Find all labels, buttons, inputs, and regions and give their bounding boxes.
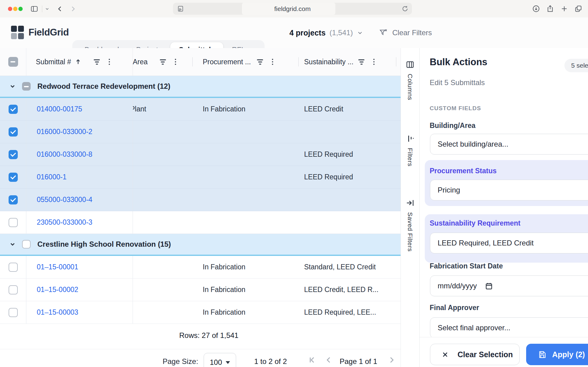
submittal-link[interactable]: 01–15-00001 <box>37 263 78 271</box>
cell-sustainability <box>298 121 401 143</box>
rail-label: Columns <box>406 74 414 100</box>
table-row[interactable]: 014000-00175 Plant In Fabrication LEED C… <box>0 98 401 121</box>
close-window-button[interactable] <box>8 7 12 11</box>
row-checkbox[interactable] <box>9 263 18 272</box>
filter-icon[interactable] <box>94 59 100 65</box>
cell-procurement: In Fabrication <box>192 256 298 278</box>
row-checkbox[interactable] <box>9 173 18 182</box>
column-label: Procurement ... <box>203 58 251 66</box>
new-tab-icon[interactable] <box>560 5 568 13</box>
forward-icon[interactable] <box>69 5 77 13</box>
group-checkbox[interactable] <box>22 240 31 249</box>
procurement-status-select[interactable]: Pricing <box>430 180 588 200</box>
cell-sustainability: LEED Credit <box>298 98 401 120</box>
reload-icon[interactable] <box>401 5 409 12</box>
submittal-link[interactable]: 014000-00175 <box>37 105 82 113</box>
final-approver-select[interactable]: Select final approver... <box>430 317 588 337</box>
filter-sliders-icon <box>406 134 414 143</box>
submittal-link[interactable]: 01–15-00003 <box>37 308 78 316</box>
column-label: /Area <box>133 58 148 66</box>
address-bar[interactable]: fieldgrid.com <box>173 3 412 15</box>
table-row[interactable]: 016000-033000-2 <box>0 121 401 143</box>
url-text: fieldgrid.com <box>173 3 412 15</box>
submittal-link[interactable]: 055000-033000-4 <box>37 196 92 204</box>
submittal-link[interactable]: 016000-033000-8 <box>37 150 92 159</box>
submittal-link[interactable]: 016000-1 <box>37 173 66 181</box>
table-row[interactable]: 016000-033000-8 LEED Required <box>0 143 401 166</box>
submittal-link[interactable]: 01–15-00002 <box>37 286 78 294</box>
filter-icon[interactable] <box>358 59 364 65</box>
apply-button[interactable]: Apply (2) <box>526 344 588 365</box>
sidebar-toggle-icon[interactable] <box>30 5 38 13</box>
zoom-window-button[interactable] <box>18 7 23 11</box>
row-checkbox[interactable] <box>9 105 18 114</box>
page-size-select[interactable]: 100 <box>204 353 236 367</box>
next-page-icon[interactable] <box>386 355 396 365</box>
filter-icon[interactable] <box>257 59 263 65</box>
row-checkbox[interactable] <box>9 195 18 204</box>
panel-subtitle: Edit 5 Submittals <box>430 78 485 87</box>
group-checkbox[interactable] <box>22 82 31 91</box>
calendar-icon[interactable] <box>485 282 493 290</box>
cell-procurement: In Fabrication <box>192 98 298 120</box>
rail-item-columns[interactable]: Columns <box>401 60 419 100</box>
row-checkbox[interactable] <box>9 127 18 137</box>
downloads-icon[interactable] <box>532 5 540 13</box>
previous-page-icon[interactable] <box>324 355 334 365</box>
column-menu-icon[interactable] <box>372 57 375 66</box>
header-cell-sustainability[interactable]: Sustainability ... <box>298 48 401 76</box>
clear-selection-button[interactable]: Clear Selection <box>430 344 520 365</box>
table-row[interactable]: 01–15-00001 In Fabrication Standard, LEE… <box>0 256 401 279</box>
column-menu-icon[interactable] <box>174 57 177 66</box>
rail-item-filters[interactable]: Filters <box>401 134 419 167</box>
group-row-crestline[interactable]: Crestline High School Renovation (15) <box>0 234 401 255</box>
submittal-link[interactable]: 230500-033000-3 <box>37 218 92 227</box>
header-cell-submittal[interactable]: Submittal # <box>26 48 133 76</box>
clear-filters-button[interactable]: Clear Filters <box>377 17 434 48</box>
cell-area: Plant <box>133 105 146 113</box>
group-row-redwood[interactable]: Redwood Terrace Redevelopment (12) <box>0 76 401 97</box>
first-page-icon[interactable] <box>308 355 318 365</box>
share-icon[interactable] <box>546 5 554 13</box>
table-row[interactable]: 230500-033000-3 <box>0 211 401 234</box>
table-row[interactable]: 016000-1 LEED Required <box>0 166 401 189</box>
cell-procurement <box>192 211 298 234</box>
building-area-select[interactable]: Select building/area... <box>430 134 588 155</box>
chevron-down-icon[interactable] <box>9 241 16 248</box>
sustainability-requirement-select[interactable]: LEED Required, LEED Credit <box>430 233 588 253</box>
select-all-checkbox[interactable] <box>8 57 18 67</box>
minimize-window-button[interactable] <box>13 7 17 11</box>
rail-label: Saved Filters <box>406 212 414 252</box>
building-area-label: Building/Area <box>430 122 476 130</box>
back-icon[interactable] <box>56 5 64 13</box>
sort-asc-icon[interactable] <box>75 58 81 65</box>
table-row[interactable]: 01–15-00003 In Fabrication LEED Required… <box>0 301 401 324</box>
fabrication-start-date-label: Fabrication Start Date <box>430 262 503 270</box>
header-cell-area[interactable]: /Area <box>133 48 192 76</box>
fabrication-start-date-input[interactable]: mm/dd/yyyy <box>430 275 588 296</box>
column-menu-icon[interactable] <box>271 57 274 66</box>
projects-selector-count: (1,541) <box>330 28 353 37</box>
cell-sustainability: LEED Required <box>298 143 401 166</box>
rail-item-saved-filters[interactable]: Saved Filters <box>401 199 419 252</box>
row-checkbox[interactable] <box>9 308 18 317</box>
row-checkbox[interactable] <box>9 150 18 159</box>
save-icon <box>538 350 547 359</box>
rail-label: Filters <box>406 148 414 167</box>
submittal-link[interactable]: 016000-033000-2 <box>37 128 92 136</box>
row-checkbox[interactable] <box>9 218 18 227</box>
pin-to-end-icon <box>406 199 414 207</box>
browser-chrome: fieldgrid.com <box>0 0 588 18</box>
filter-icon[interactable] <box>160 59 166 65</box>
column-menu-icon[interactable] <box>108 57 111 66</box>
tab-overview-icon[interactable] <box>574 5 582 13</box>
row-checkbox[interactable] <box>9 285 18 294</box>
header-cell-procurement[interactable]: Procurement ... <box>192 48 298 76</box>
table-row[interactable]: 055000-033000-4 <box>0 189 401 211</box>
sidebar-chevron-icon[interactable] <box>45 6 50 11</box>
table-row[interactable]: 01–15-00002 In Fabrication LEED Credit, … <box>0 279 401 301</box>
app-logo: FieldGrid <box>11 26 69 39</box>
chevron-down-icon[interactable] <box>9 83 16 90</box>
caret-down-icon <box>226 361 230 364</box>
projects-selector[interactable]: 4 projects (1,541) <box>288 17 365 48</box>
